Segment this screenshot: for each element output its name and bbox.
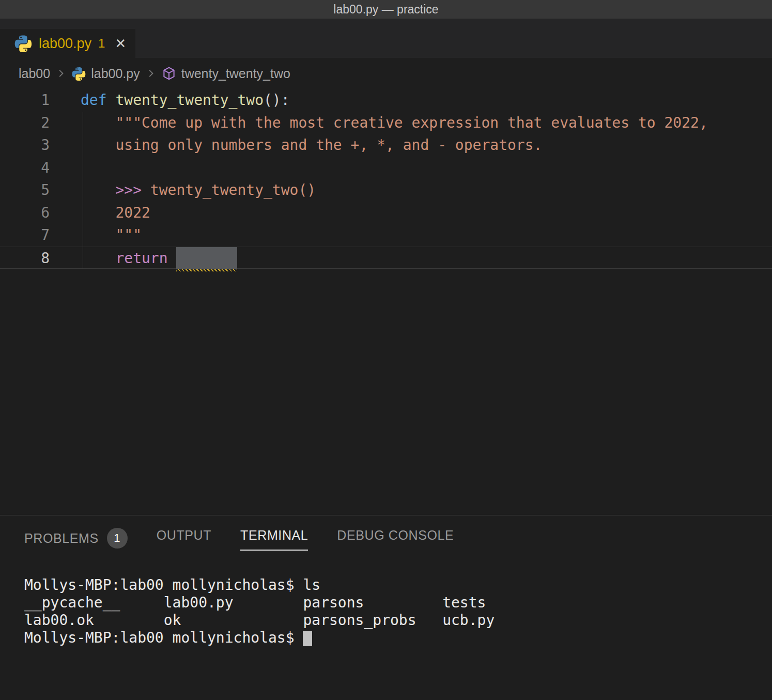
tab-bar: lab00.py 1 ✕ bbox=[0, 19, 772, 58]
titlebar: lab00.py — practice bbox=[0, 0, 772, 19]
terminal-cursor[interactable] bbox=[303, 631, 312, 646]
code-token-str: 2022 bbox=[81, 204, 150, 221]
panel-tab-bar: PROBLEMS1OUTPUTTERMINALDEBUG CONSOLE bbox=[0, 515, 772, 559]
code-text: return bbox=[81, 250, 237, 267]
code-line-5[interactable]: 5 >>> twenty_twenty_two() bbox=[0, 179, 772, 202]
code-line-8[interactable]: 8 return bbox=[0, 247, 772, 269]
problems-count-badge: 1 bbox=[107, 528, 128, 549]
code-token-str: """ bbox=[81, 226, 142, 244]
code-token-kw: def bbox=[81, 92, 115, 109]
code-token-ret: return bbox=[81, 250, 176, 267]
code-token-str: twenty_twenty_two() bbox=[150, 181, 316, 199]
code-text: """ bbox=[81, 226, 142, 244]
code-line-2[interactable]: 2 """Come up with the most creative expr… bbox=[0, 112, 772, 134]
code-text: >>> twenty_twenty_two() bbox=[81, 181, 316, 199]
symbol-cube-icon bbox=[162, 66, 176, 81]
terminal[interactable]: Mollys-MBP:lab00 mollynicholas$ ls __pyc… bbox=[0, 559, 772, 647]
breadcrumb: lab00 lab00.py twenty_twenty_two bbox=[0, 58, 772, 89]
panel-tab-terminal[interactable]: TERMINAL bbox=[240, 528, 308, 551]
code-token-str: using only numbers and the +, *, and - o… bbox=[81, 136, 542, 154]
tab-lab00py[interactable]: lab00.py 1 ✕ bbox=[0, 29, 135, 58]
panel-tab-label: OUTPUT bbox=[157, 528, 211, 543]
line-number: 4 bbox=[0, 157, 50, 179]
tab-problem-count: 1 bbox=[98, 36, 105, 51]
code-text: 2022 bbox=[81, 204, 150, 221]
python-icon bbox=[14, 35, 32, 52]
panel-tab-label: DEBUG CONSOLE bbox=[337, 528, 454, 543]
line-number: 6 bbox=[0, 202, 50, 224]
vscode-window: lab00.py — practice lab00.py 1 ✕ lab00 bbox=[0, 0, 772, 269]
bottom-panel: PROBLEMS1OUTPUTTERMINALDEBUG CONSOLE Mol… bbox=[0, 515, 772, 700]
tab-label: lab00.py bbox=[39, 36, 91, 52]
python-icon-small bbox=[72, 67, 86, 81]
panel-tab-debug-console[interactable]: DEBUG CONSOLE bbox=[337, 528, 454, 551]
panel-tab-problems[interactable]: PROBLEMS1 bbox=[24, 528, 128, 556]
code-token-doctest: >>> bbox=[81, 181, 150, 199]
code-lines: 1def twenty_twenty_two():2 """Come up wi… bbox=[0, 89, 772, 269]
terminal-output: Mollys-MBP:lab00 mollynicholas$ ls __pyc… bbox=[24, 576, 495, 629]
line-number: 2 bbox=[0, 112, 50, 134]
close-icon[interactable]: ✕ bbox=[115, 36, 126, 52]
code-token-str: """Come up with the most creative expres… bbox=[81, 114, 708, 131]
window-title: lab00.py — practice bbox=[333, 3, 438, 17]
code-line-3[interactable]: 3 using only numbers and the +, *, and -… bbox=[0, 134, 772, 157]
terminal-content: Mollys-MBP:lab00 mollynicholas$ ls __pyc… bbox=[24, 576, 772, 647]
indent-guide bbox=[83, 112, 83, 269]
panel-tab-output[interactable]: OUTPUT bbox=[157, 528, 211, 551]
panel-tab-label: PROBLEMS bbox=[24, 531, 99, 546]
line-number: 5 bbox=[0, 179, 50, 202]
code-token-selbox bbox=[176, 247, 237, 270]
terminal-prompt: Mollys-MBP:lab00 mollynicholas$ bbox=[24, 629, 303, 646]
code-token-fn: twenty_twenty_two bbox=[115, 92, 264, 109]
code-line-6[interactable]: 6 2022 bbox=[0, 202, 772, 224]
chevron-right-icon bbox=[55, 68, 67, 79]
editor[interactable]: 1def twenty_twenty_two():2 """Come up wi… bbox=[0, 89, 772, 269]
breadcrumb-item-file[interactable]: lab00.py bbox=[91, 66, 140, 81]
code-token-plain: (): bbox=[264, 92, 290, 109]
code-text: def twenty_twenty_two(): bbox=[81, 92, 290, 109]
code-text: """Come up with the most creative expres… bbox=[81, 114, 708, 131]
panel-tab-label: TERMINAL bbox=[240, 528, 308, 543]
code-line-1[interactable]: 1def twenty_twenty_two(): bbox=[0, 89, 772, 112]
chevron-right-icon bbox=[145, 68, 157, 79]
breadcrumb-item-folder[interactable]: lab00 bbox=[19, 66, 50, 81]
line-number: 8 bbox=[0, 247, 50, 270]
code-line-4[interactable]: 4 bbox=[0, 157, 772, 179]
line-number: 1 bbox=[0, 89, 50, 112]
breadcrumb-item-symbol[interactable]: twenty_twenty_two bbox=[181, 66, 290, 81]
code-text: using only numbers and the +, *, and - o… bbox=[81, 136, 542, 154]
code-line-7[interactable]: 7 """ bbox=[0, 224, 772, 247]
line-number: 7 bbox=[0, 224, 50, 247]
line-number: 3 bbox=[0, 134, 50, 157]
